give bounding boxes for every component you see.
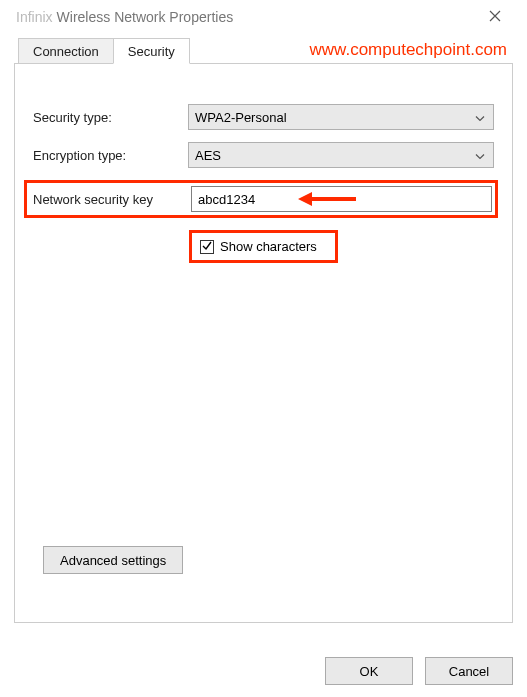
row-security-type: Security type: WPA2-Personal bbox=[33, 104, 494, 130]
combo-encryption-type-value: AES bbox=[195, 148, 221, 163]
check-icon bbox=[202, 241, 212, 253]
dialog-window: Infinix Wireless Network Properties www.… bbox=[0, 0, 527, 697]
tab-connection[interactable]: Connection bbox=[18, 38, 114, 64]
dialog-footer: OK Cancel bbox=[325, 657, 513, 685]
row-network-key-highlight: Network security key abcd1234 bbox=[24, 180, 498, 218]
row-encryption-type: Encryption type: AES bbox=[33, 142, 494, 168]
combo-security-type[interactable]: WPA2-Personal bbox=[188, 104, 494, 130]
titlebar-suffix: Wireless Network Properties bbox=[57, 9, 234, 25]
titlebar: Infinix Wireless Network Properties bbox=[0, 0, 527, 34]
cancel-label: Cancel bbox=[449, 664, 489, 679]
label-network-key: Network security key bbox=[33, 192, 191, 207]
svg-marker-1 bbox=[298, 192, 312, 206]
chevron-down-icon bbox=[475, 148, 485, 163]
tab-security[interactable]: Security bbox=[113, 38, 190, 64]
input-network-key[interactable]: abcd1234 bbox=[191, 186, 492, 212]
cancel-button[interactable]: Cancel bbox=[425, 657, 513, 685]
tab-strip: www.computechpoint.com Connection Securi… bbox=[0, 34, 527, 623]
chevron-down-icon bbox=[475, 110, 485, 125]
close-button[interactable] bbox=[473, 2, 517, 32]
label-security-type: Security type: bbox=[33, 110, 188, 125]
ok-label: OK bbox=[360, 664, 379, 679]
titlebar-network-name: Infinix bbox=[16, 9, 53, 25]
input-network-key-value: abcd1234 bbox=[198, 192, 255, 207]
watermark-text: www.computechpoint.com bbox=[310, 40, 507, 60]
ok-button[interactable]: OK bbox=[325, 657, 413, 685]
label-show-characters: Show characters bbox=[220, 239, 317, 254]
advanced-settings-button[interactable]: Advanced settings bbox=[43, 546, 183, 574]
close-icon bbox=[489, 8, 501, 26]
checkbox-show-characters[interactable] bbox=[200, 240, 214, 254]
combo-security-type-value: WPA2-Personal bbox=[195, 110, 287, 125]
combo-encryption-type[interactable]: AES bbox=[188, 142, 494, 168]
label-encryption-type: Encryption type: bbox=[33, 148, 188, 163]
tab-panel-security: Security type: WPA2-Personal Encryption … bbox=[14, 63, 513, 623]
advanced-settings-label: Advanced settings bbox=[60, 553, 166, 568]
arrow-annotation-icon bbox=[298, 188, 358, 213]
row-show-characters-highlight: Show characters bbox=[189, 230, 338, 263]
